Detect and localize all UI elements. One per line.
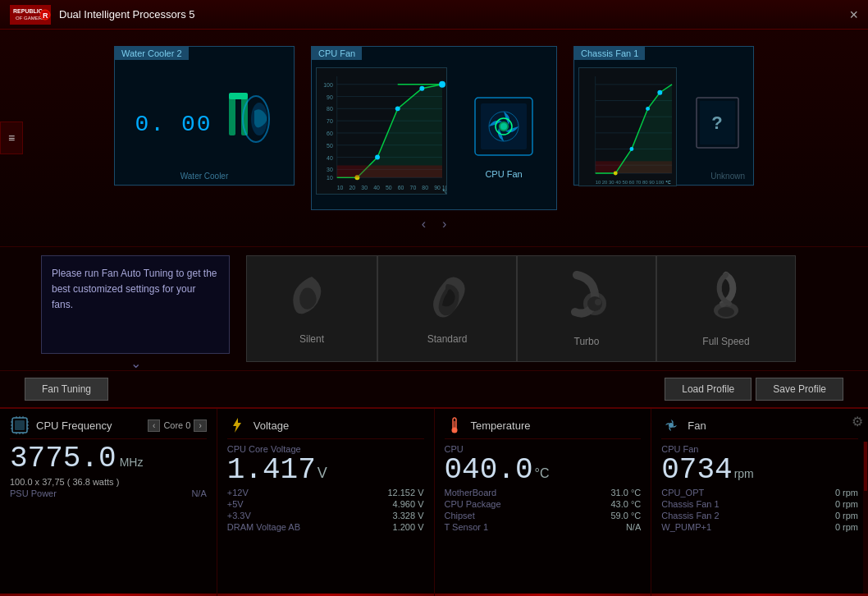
fan-panel-header: Fan	[661, 415, 858, 439]
svg-text:40: 40	[327, 155, 333, 161]
cpu-fan-icon-label: CPU Fan	[485, 169, 522, 179]
water-cooler-card[interactable]: Water Cooler 2 0. 00	[114, 46, 295, 186]
standard-icon	[423, 273, 472, 329]
cpu-freq-multiplier: 100.0 x 37,75 ( 36.8 watts )	[10, 477, 207, 487]
prev-arrow[interactable]: ‹	[422, 217, 426, 232]
next-arrow[interactable]: ›	[442, 217, 446, 232]
fan-rows: CPU_OPT 0 rpm Chassis Fan 1 0 rpm Chassi…	[661, 487, 858, 533]
sidebar-toggle[interactable]: ≡	[0, 121, 23, 154]
voltage-row-dram: DRAM Voltage AB 1.200 V	[227, 521, 424, 533]
mb-value: 31.0 °C	[610, 488, 641, 497]
svg-text:80: 80	[327, 106, 333, 112]
rog-logo: REPUBLIC OF GAMERS R	[10, 5, 51, 25]
temp-rows: MotherBoard 31.0 °C CPU Package 43.0 °C …	[445, 487, 642, 533]
silent-label: Silent	[299, 333, 324, 345]
cpu-fan-inner: 100 90 80 70 60 50 40 30 10	[312, 47, 556, 209]
svg-point-65	[646, 107, 650, 111]
svg-text:10 20 30 40 50 60 70 80 90 100: 10 20 30 40 50 60 70 80 90 100 ℃	[596, 180, 671, 185]
svg-rect-36	[337, 165, 442, 177]
chipset-value: 59.0 °C	[610, 511, 641, 520]
svg-rect-7	[229, 93, 248, 99]
v5-label: +5V	[227, 499, 244, 509]
menu-icon: ≡	[8, 131, 15, 144]
svg-point-75	[718, 307, 734, 317]
svg-text:40: 40	[373, 185, 380, 190]
unknown-box: ?	[695, 96, 740, 153]
svg-point-64	[629, 147, 633, 151]
voltage-value-row: 1.417 V	[227, 456, 424, 485]
cpu-nav-next[interactable]: ›	[194, 419, 206, 432]
svg-point-73	[595, 299, 601, 305]
svg-point-32	[375, 155, 380, 160]
pkg-value: 43.0 °C	[610, 499, 641, 509]
chipset-label: Chipset	[445, 511, 475, 520]
psu-label: PSU Power	[10, 488, 57, 498]
svg-rect-77	[15, 420, 25, 430]
voltage-core-unit: V	[318, 465, 327, 482]
full-speed-label: Full Speed	[702, 336, 749, 347]
cpu-freq-value: 3775.0	[10, 444, 116, 474]
chassis-fan-inner: 10 20 30 40 50 60 70 80 90 100 ℃ ?	[574, 47, 753, 185]
svg-text:60: 60	[327, 131, 333, 136]
svg-marker-62	[596, 85, 672, 173]
fan-cpu-unit: rpm	[734, 467, 754, 480]
tsensor-label: T Sensor 1	[445, 522, 489, 532]
cpu-fan-label: CPU Fan	[312, 47, 362, 60]
top-section: ≡ Water Cooler 2 0. 00	[0, 30, 868, 246]
chassis-fan-card-label: Chassis Fan 1	[574, 47, 645, 60]
cpu-panel-title: CPU Frequency	[36, 419, 112, 432]
app-title: Dual Intelligent Processors 5	[59, 8, 194, 21]
cpu-fan-icon-area: CPU Fan	[451, 63, 556, 209]
fan-tuning-button[interactable]: Fan Tuning	[25, 378, 108, 401]
opt-label: CPU_OPT	[661, 488, 704, 497]
cpu-nav-prev[interactable]: ‹	[148, 419, 160, 432]
temp-row-chipset: Chipset 59.0 °C	[445, 510, 642, 521]
chassis1-label: Chassis Fan 1	[661, 499, 719, 509]
fan-mode-standard[interactable]: Standard	[377, 255, 517, 362]
load-profile-button[interactable]: Load Profile	[665, 378, 752, 401]
water-cooler-display: 0. 00	[115, 47, 294, 185]
fan-mode-full-speed[interactable]: Full Speed	[656, 255, 796, 362]
chassis2-label: Chassis Fan 2	[661, 511, 719, 520]
fan-mode-silent[interactable]: Silent	[246, 255, 377, 362]
svg-text:80: 80	[422, 185, 428, 190]
temp-row-mb: MotherBoard 31.0 °C	[445, 487, 642, 498]
save-profile-button[interactable]: Save Profile	[756, 378, 843, 401]
fan-row-chassis1: Chassis Fan 1 0 rpm	[661, 498, 858, 510]
chassis-fan-card[interactable]: Chassis Fan 1	[573, 46, 754, 186]
pkg-label: CPU Package	[445, 499, 501, 509]
svg-text:20: 20	[349, 185, 356, 190]
silent-icon	[287, 273, 336, 329]
fan-cards: Water Cooler 2 0. 00	[25, 46, 843, 210]
svg-rect-93	[454, 421, 455, 429]
opt-value: 0 rpm	[835, 488, 858, 497]
psu-value: N/A	[191, 488, 206, 498]
gear-button[interactable]: ⚙	[852, 414, 863, 429]
psu-row: PSU Power N/A	[10, 488, 207, 498]
svg-rect-5	[229, 94, 235, 135]
voltage-panel-icon	[227, 415, 247, 435]
svg-text:℃: ℃	[442, 189, 447, 195]
water-cooler-label: Water Cooler 2	[115, 47, 189, 60]
temperature-panel: Temperature CPU 040.0 °C MotherBoard 31.…	[435, 409, 652, 596]
fan-mode-turbo[interactable]: Turbo	[517, 255, 656, 362]
voltage-panel-header: Voltage	[227, 415, 424, 439]
mb-label: MotherBoard	[445, 488, 497, 497]
close-button[interactable]: ×	[849, 7, 858, 22]
svg-text:50: 50	[327, 143, 333, 149]
title-bar: REPUBLIC OF GAMERS R Dual Intelligent Pr…	[0, 0, 868, 30]
voltage-row-5v: +5V 4.960 V	[227, 498, 424, 510]
wpump-value: 0 rpm	[835, 522, 858, 532]
water-cooler-sublabel: Water Cooler	[180, 172, 229, 181]
voltage-panel-title: Voltage	[254, 419, 289, 432]
v33-value: 3.328 V	[393, 511, 424, 520]
stats-section: CPU Frequency ‹ Core 0 › 3775.0 MHz 100.…	[0, 407, 868, 596]
dram-label: DRAM Voltage AB	[227, 522, 300, 532]
water-cooler-graphic	[225, 86, 274, 162]
water-counter-value: 0. 00	[135, 112, 212, 137]
temp-row-tsensor: T Sensor 1 N/A	[445, 521, 642, 533]
temp-cpu-unit: °C	[535, 466, 550, 481]
fan-scroll[interactable]	[863, 442, 868, 596]
cpu-fan-card[interactable]: CPU Fan	[311, 46, 557, 210]
v5-value: 4.960 V	[393, 499, 424, 509]
